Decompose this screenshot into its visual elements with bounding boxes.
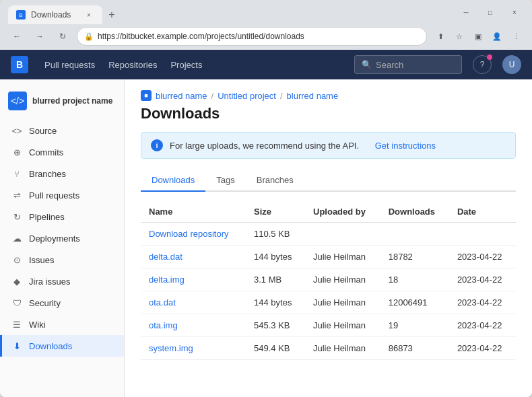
sidebar-item-label-wiki: Wiki xyxy=(29,320,46,330)
address-bar[interactable]: 🔒 https://bitbucket.example.com/projects… xyxy=(77,27,427,46)
global-search[interactable]: 🔍 Search xyxy=(354,55,462,74)
cell-uploaded-by xyxy=(305,223,380,246)
banner-text: For large uploads, we recommend using th… xyxy=(170,141,359,151)
breadcrumb: ■ blurred name / Untitled project / blur… xyxy=(141,90,516,101)
nav-projects[interactable]: Projects xyxy=(165,57,207,73)
col-name: Name xyxy=(141,201,246,223)
cell-uploaded-by: Julie Heilman xyxy=(305,337,380,360)
sidebar-item-jira-issues[interactable]: ◆ Jira issues xyxy=(0,270,124,292)
tab-close-button[interactable]: × xyxy=(84,9,94,20)
cell-name[interactable]: system.img xyxy=(141,337,246,360)
cell-size: 144 bytes xyxy=(246,246,305,268)
cell-date: 2023-04-22 xyxy=(449,268,516,291)
forward-button[interactable]: → xyxy=(31,28,48,45)
reload-button[interactable]: ↻ xyxy=(54,28,71,45)
cell-name[interactable]: ota.img xyxy=(141,314,246,337)
deployments-icon: ☁ xyxy=(11,233,22,244)
sidebar-item-label-source: Source xyxy=(29,126,57,136)
download-file-link[interactable]: delta.img xyxy=(149,275,185,285)
info-icon: i xyxy=(151,139,163,151)
cell-size: 3.1 MB xyxy=(246,268,305,291)
sidebar-item-source[interactable]: <> Source xyxy=(0,120,124,141)
issues-icon: ⊙ xyxy=(11,254,22,265)
cell-uploaded-by: Julie Heilman xyxy=(305,246,380,268)
sidebar-item-label-pull-requests: Pull requests xyxy=(29,190,79,201)
download-file-link[interactable]: ota.img xyxy=(149,320,178,330)
table-row: ota.dat144 bytesJulie Heilman12006491202… xyxy=(141,291,516,314)
cell-downloads: 86873 xyxy=(380,337,449,360)
sidebar-item-wiki[interactable]: ☰ Wiki xyxy=(0,314,124,335)
share-button[interactable]: ⬆ xyxy=(432,28,448,44)
page-content: ■ blurred name / Untitled project / blur… xyxy=(125,79,532,397)
cell-name[interactable]: ota.dat xyxy=(141,291,246,314)
sidebar-project-header[interactable]: </> blurred project name xyxy=(0,85,124,117)
sidebar-item-label-pipelines: Pipelines xyxy=(29,212,65,222)
cell-downloads: 18 xyxy=(380,268,449,291)
maximize-button[interactable]: □ xyxy=(481,5,500,19)
browser-addressbar: ← → ↻ 🔒 https://bitbucket.example.com/pr… xyxy=(0,24,532,50)
help-notification-badge xyxy=(487,55,492,60)
bookmark-button[interactable]: ☆ xyxy=(451,28,467,44)
cell-downloads xyxy=(380,223,449,246)
sidebar-item-security[interactable]: 🛡 Security xyxy=(0,292,124,314)
banner-link[interactable]: Get instructions xyxy=(375,141,436,151)
download-file-link[interactable]: delta.dat xyxy=(149,252,182,262)
tab-branches[interactable]: Branches xyxy=(246,170,304,192)
sidebar-item-commits[interactable]: ⊕ Commits xyxy=(0,141,124,163)
download-repo-link[interactable]: Download repository xyxy=(149,229,229,239)
nav-pull-requests[interactable]: Pull requests xyxy=(39,57,100,73)
jira-icon: ◆ xyxy=(11,276,22,287)
top-navigation: B Pull requests Repositories Projects 🔍 … xyxy=(0,50,532,79)
cell-size: 110.5 KB xyxy=(246,223,305,246)
browser-tab-active[interactable]: B Downloads × xyxy=(8,5,102,24)
close-button[interactable]: × xyxy=(505,5,524,19)
cell-name[interactable]: Download repository xyxy=(141,223,246,246)
project-icon: </> xyxy=(8,92,27,110)
sidebar-item-label-security: Security xyxy=(29,298,61,308)
cell-size: 144 bytes xyxy=(246,291,305,314)
cell-name[interactable]: delta.img xyxy=(141,268,246,291)
sidebar-item-label-jira: Jira issues xyxy=(29,277,70,287)
tab-downloads[interactable]: Downloads xyxy=(141,170,205,192)
col-uploaded-by: Uploaded by xyxy=(305,201,380,223)
page-title: Downloads xyxy=(141,105,516,122)
sidebar-item-branches[interactable]: ⑂ Branches xyxy=(0,163,124,184)
breadcrumb-project[interactable]: Untitled project xyxy=(218,91,276,101)
download-file-link[interactable]: ota.dat xyxy=(149,297,176,308)
table-row: delta.img3.1 MBJulie Heilman182023-04-22 xyxy=(141,268,516,291)
sidebar-toggle-button[interactable]: ▣ xyxy=(470,28,486,44)
back-button[interactable]: ← xyxy=(8,28,26,45)
sidebar-item-issues[interactable]: ⊙ Issues xyxy=(0,249,124,270)
search-placeholder: Search xyxy=(376,60,403,70)
cell-downloads: 18782 xyxy=(380,246,449,268)
cell-date: 2023-04-22 xyxy=(449,291,516,314)
sidebar-item-label-deployments: Deployments xyxy=(29,233,80,244)
sidebar-item-deployments[interactable]: ☁ Deployments xyxy=(0,227,124,249)
nav-repositories[interactable]: Repositories xyxy=(103,57,162,73)
table-row: delta.dat144 bytesJulie Heilman187822023… xyxy=(141,246,516,268)
profile-button[interactable]: 👤 xyxy=(489,28,505,44)
cell-uploaded-by: Julie Heilman xyxy=(305,291,380,314)
menu-button[interactable]: ⋮ xyxy=(508,28,524,44)
user-avatar[interactable]: U xyxy=(502,55,521,74)
tab-tags[interactable]: Tags xyxy=(205,170,245,192)
browser-window: B Downloads × + ─ □ × ← → ↻ 🔒 https://bi… xyxy=(0,0,532,397)
sidebar-item-downloads[interactable]: ⬇ Downloads xyxy=(0,335,124,357)
breadcrumb-icon: ■ xyxy=(141,90,152,101)
table-row: Download repository110.5 KB xyxy=(141,223,516,246)
cell-downloads: 12006491 xyxy=(380,291,449,314)
breadcrumb-root[interactable]: blurred name xyxy=(156,91,207,101)
browser-tabs: B Downloads × + xyxy=(8,0,451,24)
downloads-table: Name Size Uploaded by Downloads Date Dow… xyxy=(141,201,516,360)
download-file-link[interactable]: system.img xyxy=(149,343,193,353)
cell-name[interactable]: delta.dat xyxy=(141,246,246,268)
brand-logo[interactable]: B xyxy=(11,56,28,73)
sidebar-item-pull-requests[interactable]: ⇌ Pull requests xyxy=(0,184,124,206)
cell-size: 545.3 KB xyxy=(246,314,305,337)
new-tab-button[interactable]: + xyxy=(102,5,121,24)
minimize-button[interactable]: ─ xyxy=(457,5,475,19)
sidebar: </> blurred project name <> Source ⊕ Com… xyxy=(0,79,125,397)
sidebar-item-pipelines[interactable]: ↻ Pipelines xyxy=(0,206,124,227)
help-button[interactable]: ? xyxy=(473,55,492,74)
breadcrumb-repo[interactable]: blurred name xyxy=(287,91,339,101)
